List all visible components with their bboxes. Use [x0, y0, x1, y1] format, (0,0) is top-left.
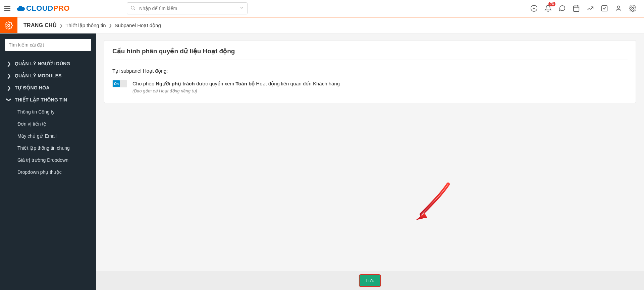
- permission-text: Cho phép Người phụ trách được quyền xem …: [132, 80, 340, 88]
- breadcrumb: TRANG CHỦ ❯ Thiết lập thông tin ❯ Subpan…: [17, 17, 161, 33]
- svg-line-4: [134, 9, 135, 10]
- chevron-right-icon: ❯: [7, 85, 11, 90]
- chevron-right-icon: ❯: [7, 61, 11, 66]
- annotation-arrow-icon: [411, 181, 458, 224]
- sidebar-group-label: QUẢN LÝ NGƯỜI DÙNG: [15, 61, 70, 66]
- svg-marker-16: [415, 213, 427, 220]
- chart-icon[interactable]: [586, 4, 594, 12]
- permission-toggle[interactable]: On: [112, 80, 127, 87]
- svg-point-3: [131, 6, 134, 9]
- chevron-down-icon: ❯: [6, 97, 12, 102]
- sidebar-item-email-server[interactable]: Máy chủ gửi Email: [15, 130, 91, 142]
- svg-rect-8: [574, 6, 579, 11]
- toggle-on-label: On: [113, 80, 120, 87]
- breadcrumb-level-1[interactable]: Thiết lập thông tin: [65, 22, 106, 28]
- sidebar-group-modules[interactable]: ❯ QUẢN LÝ MODULES: [5, 70, 91, 82]
- settings-tab-icon[interactable]: [0, 17, 17, 33]
- search-icon: [130, 5, 136, 12]
- sidebar-item-general-settings[interactable]: Thiết lập thông tin chung: [15, 142, 91, 154]
- permission-row: On Cho phép Người phụ trách được quyền x…: [112, 80, 628, 93]
- bell-icon[interactable]: 73: [544, 4, 552, 12]
- sidebar-item-currency[interactable]: Đơn vị tiền tệ: [15, 118, 91, 130]
- chevron-down-icon[interactable]: [239, 6, 244, 11]
- gear-icon[interactable]: [629, 4, 637, 12]
- footer-bar: Lưu: [96, 271, 644, 290]
- settings-search-input[interactable]: [5, 39, 91, 51]
- sidebar-item-dropdown-values[interactable]: Giá trị trường Dropdown: [15, 154, 91, 166]
- svg-rect-12: [602, 6, 607, 11]
- permission-note: (Bao gồm cả Hoạt động riêng tư): [132, 88, 340, 93]
- sidebar-group-automation[interactable]: ❯ TỰ ĐỘNG HÓA: [5, 82, 91, 94]
- user-icon[interactable]: [614, 4, 623, 12]
- permission-card: Cấu hình phân quyền dữ liệu Hoạt động Tạ…: [104, 40, 636, 103]
- plus-icon[interactable]: [530, 4, 538, 12]
- logo[interactable]: CLOUDPRO: [16, 4, 70, 13]
- svg-point-13: [617, 6, 620, 8]
- breadcrumb-level-2: Subpanel Hoạt động: [115, 22, 161, 28]
- sidebar-item-company-info[interactable]: Thông tin Công ty: [15, 106, 91, 118]
- topbar: CLOUDPRO 73: [0, 0, 644, 17]
- svg-point-15: [8, 24, 10, 26]
- sidebar-group-settings[interactable]: ❯ THIẾT LẬP THÔNG TIN: [5, 94, 91, 106]
- checkbox-icon[interactable]: [600, 4, 608, 12]
- chat-icon[interactable]: [558, 4, 566, 12]
- settings-sidebar: ❯ QUẢN LÝ NGƯỜI DÙNG ❯ QUẢN LÝ MODULES ❯…: [0, 33, 96, 290]
- svg-point-14: [632, 7, 634, 9]
- hamburger-icon[interactable]: [0, 0, 15, 17]
- sidebar-group-label: QUẢN LÝ MODULES: [15, 73, 62, 78]
- save-button[interactable]: Lưu: [359, 274, 381, 287]
- search-input[interactable]: [127, 2, 248, 14]
- chevron-right-icon: ❯: [59, 23, 63, 28]
- sidebar-group-label: TỰ ĐỘNG HÓA: [15, 85, 50, 90]
- breadcrumb-home[interactable]: TRANG CHỦ: [23, 22, 57, 28]
- section-label: Tại subpanel Hoạt động:: [112, 68, 628, 74]
- sidebar-group-users[interactable]: ❯ QUẢN LÝ NGƯỜI DÙNG: [5, 58, 91, 70]
- logo-text: CLOUDPRO: [26, 4, 70, 13]
- cloud-icon: [16, 4, 25, 13]
- chevron-right-icon: ❯: [109, 23, 112, 28]
- calendar-icon[interactable]: [572, 4, 580, 12]
- notification-badge: 73: [548, 2, 555, 6]
- sidebar-item-dependent-dropdown[interactable]: Dropdown phụ thuộc: [15, 166, 91, 178]
- subheader: TRANG CHỦ ❯ Thiết lập thông tin ❯ Subpan…: [0, 17, 644, 33]
- content-area: Cấu hình phân quyền dữ liệu Hoạt động Tạ…: [96, 33, 644, 290]
- sidebar-submenu: Thông tin Công ty Đơn vị tiền tệ Máy chủ…: [5, 106, 91, 178]
- chevron-right-icon: ❯: [7, 73, 11, 78]
- sidebar-group-label: THIẾT LẬP THÔNG TIN: [15, 97, 67, 102]
- topbar-icons: 73: [530, 4, 639, 12]
- card-title: Cấu hình phân quyền dữ liệu Hoạt động: [112, 47, 628, 60]
- global-search[interactable]: [127, 2, 248, 14]
